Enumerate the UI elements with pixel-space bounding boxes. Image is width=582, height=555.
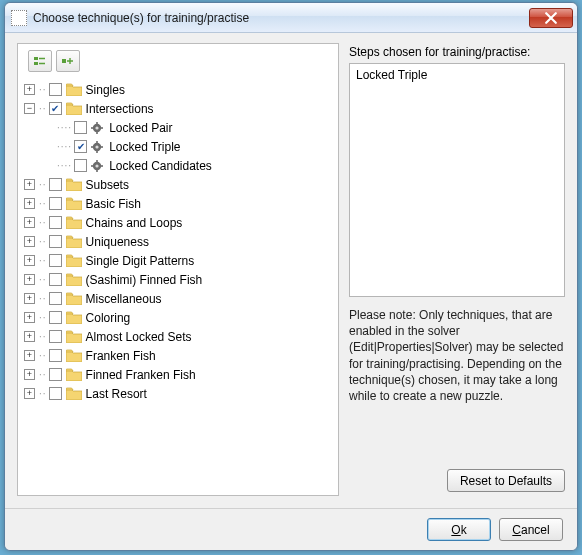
close-icon [545, 12, 557, 24]
expand-toggle[interactable]: + [24, 369, 35, 380]
expand-toggle[interactable]: + [24, 350, 35, 361]
checkbox[interactable] [49, 254, 62, 267]
steps-chosen-list[interactable]: Locked Triple [349, 63, 565, 297]
checkbox[interactable]: ✔ [74, 140, 87, 153]
collapse-all-button[interactable] [56, 50, 80, 72]
gear-icon [91, 141, 103, 153]
technique-tree-panel: +··Singles−··✔Intersections····Locked Pa… [17, 43, 339, 496]
checkbox[interactable] [49, 197, 62, 210]
svg-rect-13 [91, 146, 93, 148]
checkbox[interactable] [49, 216, 62, 229]
tree-item-label: Miscellaneous [86, 292, 162, 306]
tree-item-label: Chains and Loops [86, 216, 183, 230]
tree-child-item[interactable]: ····Locked Candidates [24, 156, 334, 175]
tree-item-label: Locked Triple [109, 140, 180, 154]
svg-rect-2 [62, 59, 66, 63]
collapse-tree-icon [61, 54, 75, 68]
tree-item[interactable]: +··Uniqueness [24, 232, 334, 251]
chosen-step-item[interactable]: Locked Triple [356, 68, 558, 82]
tree-item[interactable]: +··Single Digit Patterns [24, 251, 334, 270]
svg-rect-0 [34, 57, 38, 60]
tree-item-label: Almost Locked Sets [86, 330, 192, 344]
checkbox[interactable] [49, 273, 62, 286]
tree-item-label: Franken Fish [86, 349, 156, 363]
svg-rect-12 [96, 150, 98, 152]
expand-toggle[interactable]: + [24, 255, 35, 266]
reset-defaults-label: Reset to Defaults [460, 474, 552, 488]
tree-child-item[interactable]: ····Locked Pair [24, 118, 334, 137]
tree-item[interactable]: +··Last Resort [24, 384, 334, 403]
close-button[interactable] [529, 8, 573, 28]
tree-item-label: Single Digit Patterns [86, 254, 195, 268]
tree-item[interactable]: +··Miscellaneous [24, 289, 334, 308]
technique-tree[interactable]: +··Singles−··✔Intersections····Locked Pa… [18, 78, 338, 405]
expand-toggle[interactable]: + [24, 217, 35, 228]
tree-item[interactable]: +··Franken Fish [24, 346, 334, 365]
tree-item[interactable]: +··Coloring [24, 308, 334, 327]
folder-icon [66, 311, 82, 324]
tree-item-label: (Sashimi) Finned Fish [86, 273, 203, 287]
app-icon [11, 10, 27, 26]
tree-item-label: Intersections [86, 102, 154, 116]
expand-toggle[interactable]: + [24, 274, 35, 285]
expand-toggle[interactable]: − [24, 103, 35, 114]
right-panel: Steps chosen for training/practise: Lock… [349, 43, 565, 496]
svg-rect-7 [91, 127, 93, 129]
expand-toggle[interactable]: + [24, 179, 35, 190]
tree-item[interactable]: +··Almost Locked Sets [24, 327, 334, 346]
expand-toggle[interactable]: + [24, 388, 35, 399]
checkbox[interactable] [49, 311, 62, 324]
tree-item[interactable]: +··Subsets [24, 175, 334, 194]
checkbox[interactable] [49, 349, 62, 362]
expand-toggle[interactable]: + [24, 84, 35, 95]
checkbox[interactable] [49, 292, 62, 305]
expand-toggle[interactable]: + [24, 198, 35, 209]
svg-point-10 [96, 145, 99, 148]
expand-toggle[interactable]: + [24, 293, 35, 304]
reset-defaults-button[interactable]: Reset to Defaults [447, 469, 565, 492]
folder-icon [66, 178, 82, 191]
tree-item[interactable]: +··Basic Fish [24, 194, 334, 213]
gear-icon [91, 122, 103, 134]
checkbox[interactable] [74, 159, 87, 172]
checkbox[interactable] [49, 368, 62, 381]
ok-button[interactable]: Ok [427, 518, 491, 541]
folder-icon [66, 216, 82, 229]
content-area: +··Singles−··✔Intersections····Locked Pa… [5, 33, 577, 508]
cancel-button[interactable]: Cancel [499, 518, 563, 541]
checkbox[interactable] [74, 121, 87, 134]
note-text: Please note: Only techniques, that are e… [349, 307, 565, 469]
tree-item[interactable]: +··(Sashimi) Finned Fish [24, 270, 334, 289]
checkbox[interactable]: ✔ [49, 102, 62, 115]
expand-toggle[interactable]: + [24, 236, 35, 247]
svg-rect-5 [96, 122, 98, 124]
folder-icon [66, 197, 82, 210]
folder-icon [66, 254, 82, 267]
tree-item[interactable]: +··Singles [24, 80, 334, 99]
folder-icon [66, 292, 82, 305]
tree-item-label: Singles [86, 83, 125, 97]
checkbox[interactable] [49, 330, 62, 343]
expand-all-button[interactable] [28, 50, 52, 72]
checkbox[interactable] [49, 83, 62, 96]
checkbox[interactable] [49, 178, 62, 191]
checkbox[interactable] [49, 387, 62, 400]
expand-toggle[interactable]: + [24, 312, 35, 323]
steps-chosen-label: Steps chosen for training/practise: [349, 45, 565, 59]
tree-item-label: Uniqueness [86, 235, 149, 249]
tree-child-item[interactable]: ····✔Locked Triple [24, 137, 334, 156]
svg-rect-20 [101, 165, 103, 167]
svg-rect-19 [91, 165, 93, 167]
folder-icon [66, 368, 82, 381]
tree-item[interactable]: +··Finned Franken Fish [24, 365, 334, 384]
tree-item[interactable]: −··✔Intersections [24, 99, 334, 118]
expand-toggle[interactable]: + [24, 331, 35, 342]
gear-icon [91, 160, 103, 172]
tree-toolbar [18, 50, 338, 78]
titlebar[interactable]: Choose technique(s) for training/practis… [5, 3, 577, 33]
tree-item-label: Locked Candidates [109, 159, 212, 173]
tree-item[interactable]: +··Chains and Loops [24, 213, 334, 232]
checkbox[interactable] [49, 235, 62, 248]
svg-rect-11 [96, 141, 98, 143]
folder-icon [66, 83, 82, 96]
